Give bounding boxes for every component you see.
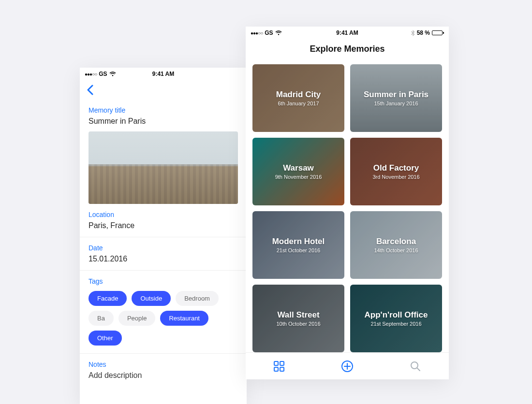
- tag-chip[interactable]: Bedroom: [176, 291, 219, 306]
- wifi-icon: [109, 72, 116, 76]
- battery-icon: [432, 30, 444, 35]
- memory-card[interactable]: Summer in Paris15th January 2016: [350, 64, 442, 132]
- svg-rect-1: [280, 361, 284, 365]
- search-tab-button[interactable]: [410, 361, 421, 372]
- signal-dots-icon: ●●●○○: [251, 30, 263, 36]
- svg-point-5: [411, 362, 418, 369]
- memory-card-date: 15th January 2016: [374, 101, 418, 106]
- notes-label: Notes: [89, 361, 238, 368]
- back-button[interactable]: [87, 85, 93, 95]
- memory-card[interactable]: Barcelona14th October 2016: [350, 211, 442, 279]
- memory-card-date: 21st October 2016: [277, 247, 321, 253]
- svg-rect-2: [274, 367, 278, 371]
- memory-card[interactable]: Warsaw9th November 2016: [252, 138, 344, 205]
- status-bar: ●●●○○ GS 9:41 AM 58 %: [246, 27, 449, 39]
- signal-dots-icon: ●●●○○: [85, 72, 97, 77]
- memory-card-title: Barcelona: [376, 237, 416, 246]
- memory-title-label: Memory title: [89, 106, 238, 114]
- memories-grid: Madrid City6th January 2017Summer in Par…: [246, 58, 449, 352]
- carrier-label: GS: [99, 71, 107, 77]
- tag-chip[interactable]: Facade: [89, 291, 127, 306]
- clock-label: 9:41 AM: [152, 71, 175, 77]
- notes-input[interactable]: Add description: [89, 371, 238, 380]
- date-label: Date: [89, 244, 238, 252]
- memory-card-title: Madrid City: [276, 90, 321, 100]
- memory-card-date: 6th January 2017: [278, 101, 319, 106]
- bluetooth-icon: [411, 30, 415, 36]
- grid-tab-button[interactable]: [274, 361, 284, 372]
- add-button[interactable]: [341, 360, 354, 373]
- memory-card[interactable]: Modern Hotel21st October 2016: [252, 211, 344, 279]
- carrier-label: GS: [265, 29, 273, 36]
- memory-card-title: Warsaw: [283, 163, 314, 173]
- memory-card-date: 3rd November 2016: [372, 174, 419, 180]
- memory-card-title: App'n'roll Office: [365, 310, 428, 320]
- svg-rect-3: [280, 367, 284, 371]
- location-label: Location: [89, 211, 238, 218]
- memory-card[interactable]: Madrid City6th January 2017: [252, 64, 344, 132]
- memory-card-title: Wall Street: [277, 310, 319, 320]
- phone-edit-memory: ●●●○○ GS 9:41 AM Memory title Summer in …: [80, 68, 247, 404]
- svg-rect-0: [274, 361, 278, 365]
- memory-card-date: 10th October 2016: [276, 321, 320, 327]
- memory-card-date: 14th October 2016: [374, 247, 418, 253]
- date-input[interactable]: 15.01.2016: [89, 255, 238, 263]
- memory-card-date: 9th November 2016: [275, 174, 322, 180]
- nav-bar: Explore Memories: [246, 39, 449, 58]
- memory-card[interactable]: App'n'roll Office21st September 2016: [350, 285, 442, 352]
- memory-card[interactable]: Wall Street10th October 2016: [252, 285, 344, 352]
- location-input[interactable]: Paris, France: [89, 221, 238, 230]
- memory-photo[interactable]: [89, 131, 238, 204]
- tag-chip[interactable]: Restaurant: [160, 311, 208, 326]
- phone-explore-memories: ●●●○○ GS 9:41 AM 58 % Explore Memories M…: [246, 27, 449, 379]
- nav-bar: [80, 80, 247, 100]
- page-title: Explore Memories: [310, 44, 384, 54]
- clock-label: 9:41 AM: [336, 29, 358, 36]
- memory-card-date: 21st September 2016: [370, 321, 421, 327]
- memory-card-title: Old Factory: [373, 163, 419, 173]
- tags-container: FacadeOutsideBedroomBaPeopleRestaurantOt…: [89, 291, 238, 346]
- tag-chip[interactable]: Outside: [132, 291, 171, 306]
- memory-card[interactable]: Old Factory3rd November 2016: [350, 138, 442, 205]
- wifi-icon: [275, 30, 282, 35]
- memory-card-title: Modern Hotel: [272, 237, 325, 246]
- status-bar: ●●●○○ GS 9:41 AM: [80, 68, 247, 80]
- battery-pct-label: 58 %: [417, 29, 430, 36]
- memory-card-title: Summer in Paris: [364, 90, 429, 100]
- tag-chip[interactable]: Ba: [89, 311, 114, 326]
- tab-bar: [246, 352, 449, 379]
- tags-label: Tags: [89, 277, 238, 285]
- memory-title-input[interactable]: Summer in Paris: [89, 117, 238, 126]
- tag-chip[interactable]: Other: [89, 331, 122, 346]
- tag-chip[interactable]: People: [118, 311, 155, 326]
